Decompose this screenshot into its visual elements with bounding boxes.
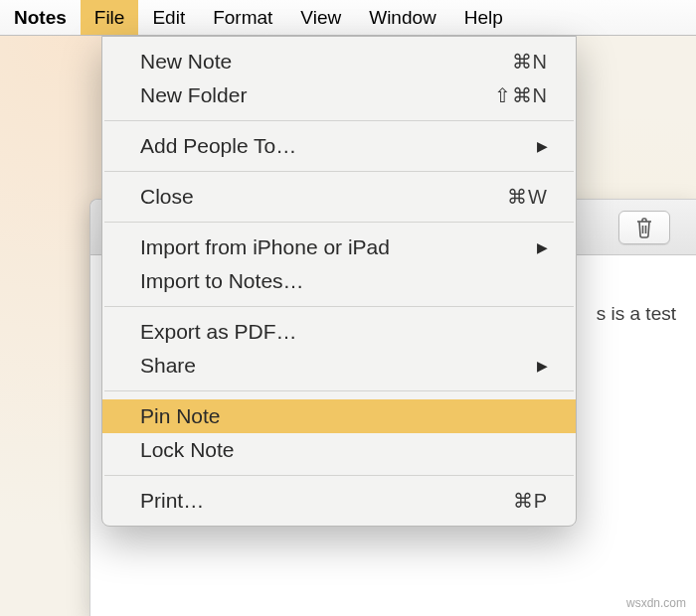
shortcut: ⌘N <box>512 50 548 74</box>
menu-pin-note[interactable]: Pin Note <box>102 399 576 433</box>
menu-separator <box>104 390 574 391</box>
menu-file[interactable]: File <box>81 0 139 35</box>
menu-item-label: Pin Note <box>140 404 548 428</box>
menu-view[interactable]: View <box>286 0 355 35</box>
file-menu-dropdown: New Note ⌘N New Folder ⇧⌘N Add People To… <box>101 36 577 527</box>
chevron-right-icon: ▶ <box>537 239 548 255</box>
menu-item-label: Share <box>140 354 537 378</box>
menu-separator <box>104 222 574 223</box>
menubar: Notes File Edit Format View Window Help <box>0 0 696 36</box>
menu-new-note[interactable]: New Note ⌘N <box>102 45 576 78</box>
shortcut: ⇧⌘N <box>494 83 548 107</box>
menu-separator <box>104 475 574 476</box>
menu-item-label: Import to Notes… <box>140 269 548 293</box>
chevron-right-icon: ▶ <box>537 138 548 154</box>
delete-note-button[interactable] <box>618 211 670 244</box>
menu-close[interactable]: Close ⌘W <box>102 180 576 214</box>
shortcut: ⌘P <box>513 489 548 513</box>
menu-item-label: Import from iPhone or iPad <box>140 235 537 259</box>
menu-separator <box>104 171 574 172</box>
menu-separator <box>104 306 574 307</box>
watermark: wsxdn.com <box>626 596 686 610</box>
menu-import-notes[interactable]: Import to Notes… <box>102 264 576 298</box>
menu-add-people[interactable]: Add People To… ▶ <box>102 129 576 163</box>
menu-import-iphone[interactable]: Import from iPhone or iPad ▶ <box>102 231 576 264</box>
app-name: Notes <box>0 0 81 35</box>
menu-export-pdf[interactable]: Export as PDF… <box>102 315 576 349</box>
menu-new-folder[interactable]: New Folder ⇧⌘N <box>102 78 576 112</box>
menu-item-label: New Note <box>140 50 512 74</box>
menu-item-label: Print… <box>140 489 513 513</box>
menu-separator <box>104 120 574 121</box>
menu-format[interactable]: Format <box>199 0 286 35</box>
trash-icon <box>634 217 654 238</box>
menu-item-label: Close <box>140 185 507 209</box>
menu-window[interactable]: Window <box>355 0 450 35</box>
note-text: s is a test <box>597 303 676 324</box>
menu-item-label: Lock Note <box>140 438 548 462</box>
menu-edit[interactable]: Edit <box>138 0 199 35</box>
menu-share[interactable]: Share ▶ <box>102 349 576 383</box>
menu-print[interactable]: Print… ⌘P <box>102 484 576 518</box>
menu-item-label: Export as PDF… <box>140 320 548 344</box>
chevron-right-icon: ▶ <box>537 358 548 374</box>
menu-item-label: Add People To… <box>140 134 537 158</box>
menu-item-label: New Folder <box>140 83 494 107</box>
shortcut: ⌘W <box>507 185 548 209</box>
menu-lock-note[interactable]: Lock Note <box>102 433 576 467</box>
menu-help[interactable]: Help <box>450 0 517 35</box>
